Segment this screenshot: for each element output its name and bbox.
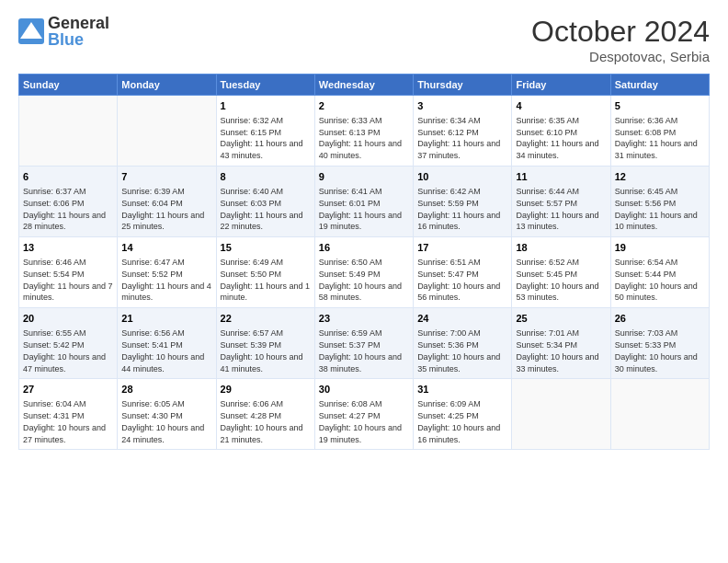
col-tuesday: Tuesday xyxy=(216,75,314,96)
day-number: 26 xyxy=(615,312,705,326)
calendar-cell: 7Sunrise: 6:39 AM Sunset: 6:04 PM Daylig… xyxy=(118,167,216,237)
calendar-cell xyxy=(512,379,610,450)
day-number: 1 xyxy=(221,99,311,113)
calendar-week-2: 13Sunrise: 6:46 AM Sunset: 5:54 PM Dayli… xyxy=(19,237,710,308)
calendar-cell: 28Sunrise: 6:05 AM Sunset: 4:30 PM Dayli… xyxy=(118,379,216,450)
day-number: 5 xyxy=(615,99,705,113)
day-info: Sunrise: 6:36 AM Sunset: 6:08 PM Dayligh… xyxy=(615,116,698,160)
calendar-cell: 23Sunrise: 6:59 AM Sunset: 5:37 PM Dayli… xyxy=(314,308,413,379)
day-info: Sunrise: 6:06 AM Sunset: 4:28 PM Dayligh… xyxy=(221,399,303,443)
header: General Blue October 2024 Despotovac, Se… xyxy=(18,15,710,64)
calendar-cell: 9Sunrise: 6:41 AM Sunset: 6:01 PM Daylig… xyxy=(314,167,413,237)
calendar-cell xyxy=(118,96,216,167)
month-title: October 2024 xyxy=(531,15,710,49)
calendar-cell: 10Sunrise: 6:42 AM Sunset: 5:59 PM Dayli… xyxy=(414,167,512,237)
calendar-cell: 1Sunrise: 6:32 AM Sunset: 6:15 PM Daylig… xyxy=(216,96,314,167)
day-number: 8 xyxy=(221,170,311,184)
day-number: 14 xyxy=(121,241,211,255)
calendar-cell: 25Sunrise: 7:01 AM Sunset: 5:34 PM Dayli… xyxy=(512,308,610,379)
logo-blue-text: Blue xyxy=(48,31,109,48)
day-info: Sunrise: 6:45 AM Sunset: 5:56 PM Dayligh… xyxy=(615,187,698,231)
calendar-cell: 21Sunrise: 6:56 AM Sunset: 5:41 PM Dayli… xyxy=(118,308,216,379)
col-monday: Monday xyxy=(118,75,216,96)
calendar-cell: 2Sunrise: 6:33 AM Sunset: 6:13 PM Daylig… xyxy=(314,96,413,167)
logo-icon xyxy=(18,18,44,44)
day-info: Sunrise: 7:01 AM Sunset: 5:34 PM Dayligh… xyxy=(516,328,598,373)
logo: General Blue xyxy=(18,15,109,48)
day-info: Sunrise: 6:46 AM Sunset: 5:54 PM Dayligh… xyxy=(23,258,113,302)
col-saturday: Saturday xyxy=(610,75,709,96)
col-thursday: Thursday xyxy=(414,75,512,96)
day-info: Sunrise: 6:44 AM Sunset: 5:57 PM Dayligh… xyxy=(516,187,598,231)
day-info: Sunrise: 6:57 AM Sunset: 5:39 PM Dayligh… xyxy=(221,328,303,373)
day-info: Sunrise: 6:33 AM Sunset: 6:13 PM Dayligh… xyxy=(319,116,402,160)
day-number: 29 xyxy=(221,383,311,396)
day-info: Sunrise: 6:59 AM Sunset: 5:37 PM Dayligh… xyxy=(319,328,402,373)
calendar-header-row: Sunday Monday Tuesday Wednesday Thursday… xyxy=(19,75,710,96)
calendar-cell: 31Sunrise: 6:09 AM Sunset: 4:25 PM Dayli… xyxy=(414,379,512,450)
calendar-cell: 13Sunrise: 6:46 AM Sunset: 5:54 PM Dayli… xyxy=(19,237,118,308)
calendar-cell: 22Sunrise: 6:57 AM Sunset: 5:39 PM Dayli… xyxy=(216,308,314,379)
calendar-cell: 20Sunrise: 6:55 AM Sunset: 5:42 PM Dayli… xyxy=(19,308,118,379)
title-block: October 2024 Despotovac, Serbia xyxy=(531,15,710,64)
day-number: 11 xyxy=(516,170,606,184)
day-number: 16 xyxy=(319,241,409,255)
logo-general-text: General xyxy=(48,15,109,31)
day-info: Sunrise: 6:41 AM Sunset: 6:01 PM Dayligh… xyxy=(319,187,402,231)
col-sunday: Sunday xyxy=(19,75,118,96)
col-friday: Friday xyxy=(512,75,610,96)
day-info: Sunrise: 6:47 AM Sunset: 5:52 PM Dayligh… xyxy=(121,258,211,302)
day-number: 2 xyxy=(319,99,409,113)
day-number: 19 xyxy=(615,241,705,255)
day-info: Sunrise: 6:56 AM Sunset: 5:41 PM Dayligh… xyxy=(121,328,204,373)
calendar-cell: 17Sunrise: 6:51 AM Sunset: 5:47 PM Dayli… xyxy=(414,237,512,308)
day-info: Sunrise: 6:52 AM Sunset: 5:45 PM Dayligh… xyxy=(516,258,598,302)
calendar-week-0: 1Sunrise: 6:32 AM Sunset: 6:15 PM Daylig… xyxy=(19,96,710,167)
day-info: Sunrise: 6:42 AM Sunset: 5:59 PM Dayligh… xyxy=(417,187,500,231)
calendar-cell: 29Sunrise: 6:06 AM Sunset: 4:28 PM Dayli… xyxy=(216,379,314,450)
day-info: Sunrise: 6:55 AM Sunset: 5:42 PM Dayligh… xyxy=(23,328,106,373)
day-number: 6 xyxy=(23,170,113,184)
day-info: Sunrise: 6:32 AM Sunset: 6:15 PM Dayligh… xyxy=(221,116,303,160)
col-wednesday: Wednesday xyxy=(314,75,413,96)
day-info: Sunrise: 6:35 AM Sunset: 6:10 PM Dayligh… xyxy=(516,116,598,160)
calendar-cell: 15Sunrise: 6:49 AM Sunset: 5:50 PM Dayli… xyxy=(216,237,314,308)
day-number: 4 xyxy=(516,99,606,113)
day-info: Sunrise: 6:08 AM Sunset: 4:27 PM Dayligh… xyxy=(319,399,402,443)
day-number: 18 xyxy=(516,241,606,255)
logo-text: General Blue xyxy=(48,15,109,48)
calendar-week-4: 27Sunrise: 6:04 AM Sunset: 4:31 PM Dayli… xyxy=(19,379,710,450)
day-info: Sunrise: 6:34 AM Sunset: 6:12 PM Dayligh… xyxy=(417,116,500,160)
day-info: Sunrise: 7:03 AM Sunset: 5:33 PM Dayligh… xyxy=(615,328,698,373)
calendar-week-3: 20Sunrise: 6:55 AM Sunset: 5:42 PM Dayli… xyxy=(19,308,710,379)
day-number: 24 xyxy=(417,312,507,326)
page: General Blue October 2024 Despotovac, Se… xyxy=(0,0,728,563)
day-number: 30 xyxy=(319,383,409,396)
day-number: 22 xyxy=(221,312,311,326)
calendar-cell xyxy=(610,379,709,450)
day-info: Sunrise: 6:39 AM Sunset: 6:04 PM Dayligh… xyxy=(121,187,204,231)
day-number: 28 xyxy=(121,383,211,396)
calendar-cell: 12Sunrise: 6:45 AM Sunset: 5:56 PM Dayli… xyxy=(610,167,709,237)
calendar-cell: 18Sunrise: 6:52 AM Sunset: 5:45 PM Dayli… xyxy=(512,237,610,308)
day-number: 15 xyxy=(221,241,311,255)
calendar-cell: 3Sunrise: 6:34 AM Sunset: 6:12 PM Daylig… xyxy=(414,96,512,167)
day-number: 17 xyxy=(417,241,507,255)
calendar-cell: 16Sunrise: 6:50 AM Sunset: 5:49 PM Dayli… xyxy=(314,237,413,308)
day-info: Sunrise: 6:50 AM Sunset: 5:49 PM Dayligh… xyxy=(319,258,402,302)
calendar-cell: 24Sunrise: 7:00 AM Sunset: 5:36 PM Dayli… xyxy=(414,308,512,379)
day-info: Sunrise: 6:04 AM Sunset: 4:31 PM Dayligh… xyxy=(23,399,106,443)
day-info: Sunrise: 7:00 AM Sunset: 5:36 PM Dayligh… xyxy=(417,328,500,373)
calendar-table: Sunday Monday Tuesday Wednesday Thursday… xyxy=(18,74,710,450)
day-info: Sunrise: 6:37 AM Sunset: 6:06 PM Dayligh… xyxy=(23,187,106,231)
calendar-week-1: 6Sunrise: 6:37 AM Sunset: 6:06 PM Daylig… xyxy=(19,167,710,237)
day-number: 21 xyxy=(121,312,211,326)
calendar-cell: 4Sunrise: 6:35 AM Sunset: 6:10 PM Daylig… xyxy=(512,96,610,167)
day-info: Sunrise: 6:54 AM Sunset: 5:44 PM Dayligh… xyxy=(615,258,698,302)
calendar-cell: 30Sunrise: 6:08 AM Sunset: 4:27 PM Dayli… xyxy=(314,379,413,450)
day-number: 31 xyxy=(417,383,507,396)
day-number: 27 xyxy=(23,383,113,396)
calendar-cell: 19Sunrise: 6:54 AM Sunset: 5:44 PM Dayli… xyxy=(610,237,709,308)
day-info: Sunrise: 6:40 AM Sunset: 6:03 PM Dayligh… xyxy=(221,187,303,231)
day-number: 25 xyxy=(516,312,606,326)
